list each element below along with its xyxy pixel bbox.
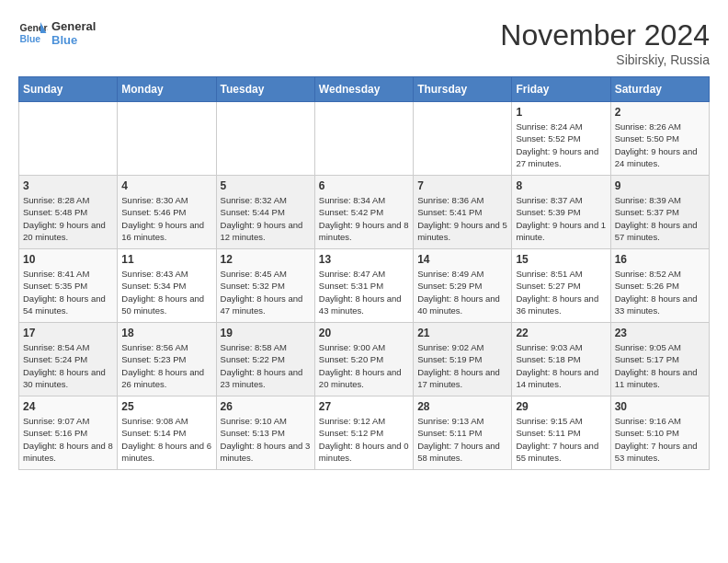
- calendar-cell: 8Sunrise: 8:37 AMSunset: 5:39 PMDaylight…: [512, 176, 610, 249]
- calendar-cell: 7Sunrise: 8:36 AMSunset: 5:41 PMDaylight…: [414, 176, 512, 249]
- weekday-header-thursday: Thursday: [414, 77, 512, 102]
- day-number: 14: [417, 253, 507, 266]
- day-info: Sunrise: 8:47 AMSunset: 5:31 PMDaylight:…: [319, 268, 409, 316]
- day-info: Sunrise: 8:34 AMSunset: 5:42 PMDaylight:…: [319, 194, 409, 243]
- day-number: 10: [23, 253, 113, 266]
- day-info: Sunrise: 8:52 AMSunset: 5:26 PMDaylight:…: [615, 268, 705, 316]
- day-info: Sunrise: 8:26 AMSunset: 5:50 PMDaylight:…: [615, 121, 705, 169]
- day-info: Sunrise: 8:28 AMSunset: 5:48 PMDaylight:…: [23, 194, 113, 243]
- day-number: 27: [319, 400, 409, 413]
- calendar-cell: 17Sunrise: 8:54 AMSunset: 5:24 PMDayligh…: [19, 323, 118, 396]
- calendar-week-4: 17Sunrise: 8:54 AMSunset: 5:24 PMDayligh…: [19, 323, 710, 396]
- day-info: Sunrise: 8:24 AMSunset: 5:52 PMDaylight:…: [516, 121, 606, 169]
- weekday-header-monday: Monday: [118, 77, 216, 102]
- calendar-cell: 29Sunrise: 9:15 AMSunset: 5:11 PMDayligh…: [512, 396, 610, 470]
- calendar-table: SundayMondayTuesdayWednesdayThursdayFrid…: [18, 76, 710, 470]
- calendar-cell: 12Sunrise: 8:45 AMSunset: 5:32 PMDayligh…: [216, 249, 314, 323]
- calendar-cell: 13Sunrise: 8:47 AMSunset: 5:31 PMDayligh…: [314, 249, 413, 323]
- calendar-cell: 5Sunrise: 8:32 AMSunset: 5:44 PMDaylight…: [216, 176, 314, 249]
- calendar-cell: 23Sunrise: 9:05 AMSunset: 5:17 PMDayligh…: [610, 323, 709, 396]
- day-number: 2: [615, 106, 705, 119]
- calendar-cell: 9Sunrise: 8:39 AMSunset: 5:37 PMDaylight…: [610, 176, 709, 249]
- calendar-cell: 4Sunrise: 8:30 AMSunset: 5:46 PMDaylight…: [118, 176, 216, 249]
- calendar-cell: 22Sunrise: 9:03 AMSunset: 5:18 PMDayligh…: [512, 323, 610, 396]
- calendar-cell: 2Sunrise: 8:26 AMSunset: 5:50 PMDaylight…: [610, 102, 709, 176]
- day-info: Sunrise: 8:45 AMSunset: 5:32 PMDaylight:…: [221, 268, 311, 316]
- day-info: Sunrise: 8:58 AMSunset: 5:22 PMDaylight:…: [221, 341, 311, 390]
- calendar-cell: 30Sunrise: 9:16 AMSunset: 5:10 PMDayligh…: [610, 396, 709, 470]
- calendar-cell: 14Sunrise: 8:49 AMSunset: 5:29 PMDayligh…: [414, 249, 512, 323]
- day-info: Sunrise: 9:12 AMSunset: 5:12 PMDaylight:…: [319, 415, 409, 464]
- day-number: 13: [319, 253, 409, 266]
- day-number: 24: [23, 400, 113, 413]
- calendar-cell: [216, 102, 314, 176]
- day-info: Sunrise: 8:54 AMSunset: 5:24 PMDaylight:…: [23, 341, 113, 390]
- calendar-week-2: 3Sunrise: 8:28 AMSunset: 5:48 PMDaylight…: [19, 176, 710, 249]
- calendar-cell: 26Sunrise: 9:10 AMSunset: 5:13 PMDayligh…: [216, 396, 314, 470]
- day-info: Sunrise: 9:15 AMSunset: 5:11 PMDaylight:…: [516, 415, 606, 464]
- calendar-week-3: 10Sunrise: 8:41 AMSunset: 5:35 PMDayligh…: [19, 249, 710, 323]
- calendar-cell: 19Sunrise: 8:58 AMSunset: 5:22 PMDayligh…: [216, 323, 314, 396]
- day-info: Sunrise: 9:10 AMSunset: 5:13 PMDaylight:…: [221, 415, 311, 464]
- day-number: 9: [615, 179, 705, 192]
- calendar-cell: 20Sunrise: 9:00 AMSunset: 5:20 PMDayligh…: [314, 323, 413, 396]
- calendar-cell: 1Sunrise: 8:24 AMSunset: 5:52 PMDaylight…: [512, 102, 610, 176]
- day-number: 3: [23, 179, 113, 192]
- day-info: Sunrise: 9:00 AMSunset: 5:20 PMDaylight:…: [319, 341, 409, 390]
- calendar-cell: 28Sunrise: 9:13 AMSunset: 5:11 PMDayligh…: [414, 396, 512, 470]
- calendar-cell: 27Sunrise: 9:12 AMSunset: 5:12 PMDayligh…: [314, 396, 413, 470]
- location: Sibirskiy, Russia: [500, 52, 710, 67]
- day-info: Sunrise: 9:16 AMSunset: 5:10 PMDaylight:…: [615, 415, 705, 464]
- calendar-body: 1Sunrise: 8:24 AMSunset: 5:52 PMDaylight…: [19, 102, 710, 470]
- day-number: 15: [516, 253, 606, 266]
- day-info: Sunrise: 8:43 AMSunset: 5:34 PMDaylight:…: [121, 268, 211, 316]
- day-info: Sunrise: 8:30 AMSunset: 5:46 PMDaylight:…: [121, 194, 211, 243]
- calendar-cell: 21Sunrise: 9:02 AMSunset: 5:19 PMDayligh…: [414, 323, 512, 396]
- title-block: November 2024 Sibirskiy, Russia: [500, 18, 710, 67]
- calendar-cell: 16Sunrise: 8:52 AMSunset: 5:26 PMDayligh…: [610, 249, 709, 323]
- calendar-week-5: 24Sunrise: 9:07 AMSunset: 5:16 PMDayligh…: [19, 396, 710, 470]
- day-info: Sunrise: 8:56 AMSunset: 5:23 PMDaylight:…: [121, 341, 211, 390]
- day-info: Sunrise: 9:08 AMSunset: 5:14 PMDaylight:…: [121, 415, 211, 464]
- calendar-cell: 18Sunrise: 8:56 AMSunset: 5:23 PMDayligh…: [118, 323, 216, 396]
- calendar-cell: [118, 102, 216, 176]
- logo-icon: General Blue: [18, 18, 48, 48]
- weekday-header-wednesday: Wednesday: [314, 77, 413, 102]
- day-info: Sunrise: 9:07 AMSunset: 5:16 PMDaylight:…: [23, 415, 113, 464]
- day-number: 17: [23, 327, 113, 339]
- calendar-cell: 25Sunrise: 9:08 AMSunset: 5:14 PMDayligh…: [118, 396, 216, 470]
- weekday-header-sunday: Sunday: [19, 77, 118, 102]
- day-info: Sunrise: 9:05 AMSunset: 5:17 PMDaylight:…: [615, 341, 705, 390]
- day-number: 8: [516, 179, 606, 192]
- day-number: 23: [615, 327, 705, 339]
- day-number: 4: [121, 179, 211, 192]
- logo-blue: Blue: [51, 33, 96, 47]
- logo: General Blue General Blue: [18, 18, 96, 48]
- month-title: November 2024: [500, 18, 710, 52]
- calendar-week-1: 1Sunrise: 8:24 AMSunset: 5:52 PMDaylight…: [19, 102, 710, 176]
- weekday-row: SundayMondayTuesdayWednesdayThursdayFrid…: [19, 77, 710, 102]
- calendar-cell: 3Sunrise: 8:28 AMSunset: 5:48 PMDaylight…: [19, 176, 118, 249]
- calendar-cell: 6Sunrise: 8:34 AMSunset: 5:42 PMDaylight…: [314, 176, 413, 249]
- day-number: 20: [319, 327, 409, 339]
- calendar-cell: [19, 102, 118, 176]
- calendar-cell: [314, 102, 413, 176]
- day-info: Sunrise: 8:32 AMSunset: 5:44 PMDaylight:…: [221, 194, 311, 243]
- weekday-header-tuesday: Tuesday: [216, 77, 314, 102]
- day-info: Sunrise: 8:49 AMSunset: 5:29 PMDaylight:…: [417, 268, 507, 316]
- day-info: Sunrise: 9:13 AMSunset: 5:11 PMDaylight:…: [417, 415, 507, 464]
- calendar-header: SundayMondayTuesdayWednesdayThursdayFrid…: [19, 77, 710, 102]
- day-info: Sunrise: 9:02 AMSunset: 5:19 PMDaylight:…: [417, 341, 507, 390]
- day-info: Sunrise: 8:39 AMSunset: 5:37 PMDaylight:…: [615, 194, 705, 243]
- calendar-cell: 11Sunrise: 8:43 AMSunset: 5:34 PMDayligh…: [118, 249, 216, 323]
- logo-general: General: [51, 19, 96, 33]
- day-info: Sunrise: 9:03 AMSunset: 5:18 PMDaylight:…: [516, 341, 606, 390]
- day-number: 6: [319, 179, 409, 192]
- page-header: General Blue General Blue November 2024 …: [18, 18, 710, 67]
- day-number: 30: [615, 400, 705, 413]
- day-number: 11: [121, 253, 211, 266]
- weekday-header-saturday: Saturday: [610, 77, 709, 102]
- calendar-cell: [414, 102, 512, 176]
- day-number: 25: [121, 400, 211, 413]
- day-number: 7: [417, 179, 507, 192]
